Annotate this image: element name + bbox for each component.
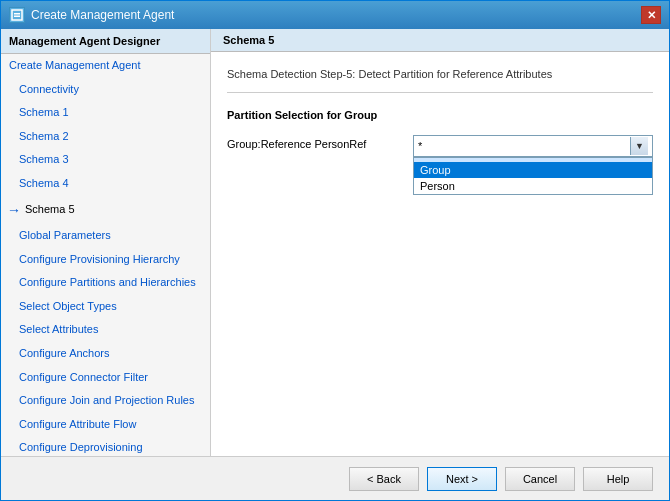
sidebar-item-configure-connector-filter[interactable]: Configure Connector Filter: [1, 366, 210, 390]
sidebar-item-schema3[interactable]: Schema 3: [1, 148, 210, 172]
sidebar-item-global-parameters[interactable]: Global Parameters: [1, 224, 210, 248]
partition-section-title: Partition Selection for Group: [227, 109, 653, 121]
back-button[interactable]: < Back: [349, 467, 419, 491]
footer: < Back Next > Cancel Help: [1, 456, 669, 500]
dropdown-value: *: [418, 140, 422, 152]
sidebar: Management Agent Designer Create Managem…: [1, 29, 211, 456]
sidebar-item-schema1[interactable]: Schema 1: [1, 101, 210, 125]
sidebar-item-configure-provisioning-hierarchy[interactable]: Configure Provisioning Hierarchy: [1, 248, 210, 272]
dropdown-option-group[interactable]: Group: [414, 162, 652, 178]
sidebar-item-schema4[interactable]: Schema 4: [1, 172, 210, 196]
dropdown-option-person[interactable]: Person: [414, 178, 652, 194]
sidebar-item-select-attributes[interactable]: Select Attributes: [1, 318, 210, 342]
app-icon: [9, 7, 25, 23]
window-title: Create Management Agent: [31, 8, 174, 22]
main-content-area: Schema 5 Schema Detection Step-5: Detect…: [211, 29, 669, 456]
sidebar-item-configure-anchors[interactable]: Configure Anchors: [1, 342, 210, 366]
svg-rect-0: [12, 10, 22, 20]
main-body: Schema Detection Step-5: Detect Partitio…: [211, 52, 669, 456]
close-button[interactable]: ✕: [641, 6, 661, 24]
main-header: Schema 5: [211, 29, 669, 52]
dropdown-arrow-icon[interactable]: ▼: [630, 137, 648, 155]
cancel-button[interactable]: Cancel: [505, 467, 575, 491]
svg-rect-2: [14, 16, 20, 18]
sidebar-item-configure-attribute-flow[interactable]: Configure Attribute Flow: [1, 413, 210, 437]
field-label-group-reference: Group:Reference PersonRef: [227, 135, 397, 150]
sidebar-item-create-management-agent[interactable]: Create Management Agent: [1, 54, 210, 78]
sidebar-item-configure-deprovisioning[interactable]: Configure Deprovisioning: [1, 436, 210, 456]
next-button[interactable]: Next >: [427, 467, 497, 491]
help-button[interactable]: Help: [583, 467, 653, 491]
field-control-dropdown: * ▼ Group Person: [413, 135, 653, 157]
sidebar-item-configure-partitions[interactable]: Configure Partitions and Hierarchies: [1, 271, 210, 295]
sidebar-item-select-object-types[interactable]: Select Object Types: [1, 295, 210, 319]
svg-rect-1: [14, 13, 20, 15]
section-description: Schema Detection Step-5: Detect Partitio…: [227, 68, 653, 80]
section-divider: [227, 92, 653, 93]
sidebar-item-connectivity[interactable]: Connectivity: [1, 78, 210, 102]
sidebar-item-schema5[interactable]: → Schema 5: [1, 196, 210, 224]
field-row-group-reference: Group:Reference PersonRef * ▼ Group: [227, 135, 653, 157]
sidebar-item-schema2[interactable]: Schema 2: [1, 125, 210, 149]
main-window: Create Management Agent ✕ Management Age…: [0, 0, 670, 501]
title-bar: Create Management Agent ✕: [1, 1, 669, 29]
dropdown-list: Group Person: [413, 157, 653, 195]
active-arrow-icon: →: [7, 199, 21, 221]
window-body: Management Agent Designer Create Managem…: [1, 29, 669, 456]
title-bar-left: Create Management Agent: [9, 7, 174, 23]
dropdown-selector[interactable]: * ▼: [413, 135, 653, 157]
sidebar-item-configure-join-projection[interactable]: Configure Join and Projection Rules: [1, 389, 210, 413]
sidebar-header: Management Agent Designer: [1, 29, 210, 54]
